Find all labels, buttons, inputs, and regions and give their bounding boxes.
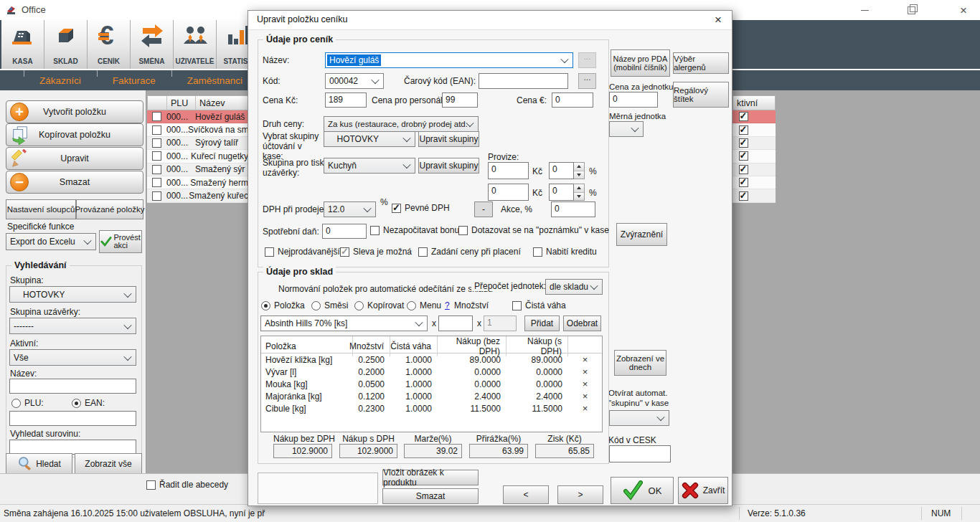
excise-input[interactable]: 0 bbox=[322, 224, 367, 239]
col-header[interactable]: Nákup (s DPH) bbox=[507, 336, 568, 356]
table-row[interactable] bbox=[732, 189, 776, 202]
table-row[interactable]: 000... Kuřecí nugetky bbox=[147, 150, 248, 163]
table-row[interactable]: 000... Svíčková na sm bbox=[147, 123, 248, 136]
menu-help-link[interactable]: ? bbox=[445, 300, 450, 310]
toolbar-kasa[interactable]: KASA bbox=[1, 20, 44, 69]
col-header[interactable]: Položka bbox=[261, 336, 353, 356]
item-name-combo[interactable]: Hovězí guláš bbox=[325, 52, 573, 68]
vat-select[interactable]: 12.0 bbox=[324, 201, 376, 217]
tab-fakturace[interactable]: Fakturace bbox=[113, 75, 156, 86]
price-czk-input[interactable]: 189 bbox=[325, 92, 367, 108]
next-item-button[interactable]: > bbox=[557, 485, 603, 504]
copy-item-button[interactable]: Kopírovat položku bbox=[6, 123, 143, 146]
ingredient-row[interactable]: Cibule [kg] 0.2300 1.0000 11.5000 11.500… bbox=[261, 402, 602, 414]
credit-checkbox[interactable] bbox=[533, 247, 542, 257]
close-button[interactable]: × bbox=[947, 0, 980, 20]
active-filter-select[interactable]: Vše bbox=[9, 349, 136, 366]
table-row[interactable]: 000... Smažený kuřec bbox=[147, 189, 248, 202]
name-filter-input[interactable] bbox=[9, 379, 136, 394]
cash-group-select[interactable]: HOTOVKY bbox=[324, 131, 415, 147]
name-column-header[interactable]: Název bbox=[196, 96, 248, 110]
row-checkbox[interactable] bbox=[152, 138, 161, 148]
spinner-down-icon[interactable] bbox=[574, 193, 584, 201]
ingredient-row[interactable]: Hovězí kližka [kg] 0.2500 1.0000 89.0000… bbox=[261, 353, 602, 366]
table-row[interactable] bbox=[732, 110, 776, 123]
cesk-code-input[interactable] bbox=[609, 445, 671, 462]
ean-input[interactable] bbox=[479, 73, 568, 89]
active-column-header[interactable]: ktivní bbox=[733, 96, 775, 110]
promo-minus-button[interactable]: - bbox=[474, 201, 493, 217]
active-checkbox[interactable] bbox=[739, 191, 748, 201]
ingredient-row[interactable]: Mouka [kg] 0.0500 1.0000 0.0000 0.0000 × bbox=[261, 378, 602, 390]
table-row[interactable] bbox=[732, 123, 776, 136]
commission-amount-2[interactable]: 0 bbox=[488, 184, 529, 201]
pda-name-button[interactable]: Název pro PDA (mobilní číšník) bbox=[611, 49, 670, 77]
price-eur-input[interactable]: 0 bbox=[552, 92, 593, 108]
code-filter-input[interactable] bbox=[9, 411, 136, 426]
staff-price-input[interactable]: 99 bbox=[442, 92, 478, 108]
promo-input[interactable]: 0 bbox=[551, 201, 595, 217]
active-checkbox[interactable] bbox=[739, 138, 748, 148]
edit-groups-button[interactable]: Upravit skupiny bbox=[418, 131, 479, 147]
active-checkbox[interactable] bbox=[739, 178, 748, 187]
delete-row-icon[interactable]: × bbox=[568, 366, 602, 377]
shelf-label-button[interactable]: Regálový štítek bbox=[673, 82, 729, 108]
table-row[interactable] bbox=[732, 137, 776, 150]
item-radio[interactable] bbox=[261, 301, 270, 310]
ean-radio[interactable] bbox=[72, 399, 81, 408]
row-checkbox[interactable] bbox=[152, 151, 161, 161]
tab-zamestnanci[interactable]: Zaměstnanci bbox=[187, 75, 242, 86]
remove-ingredient-button[interactable]: Odebrat bbox=[563, 315, 601, 331]
menu-radio[interactable] bbox=[407, 301, 416, 310]
sort-alphabet-checkbox[interactable] bbox=[146, 480, 156, 490]
plu-column-header[interactable]: PLU bbox=[167, 96, 196, 110]
toolbar-sklad[interactable]: SKLAD bbox=[44, 20, 88, 69]
create-item-button[interactable]: + Vytvořit položku bbox=[6, 100, 143, 123]
ingredient-filter-input[interactable] bbox=[9, 440, 136, 455]
table-row[interactable]: 000... Sýrový talíř bbox=[147, 137, 248, 150]
ingredient-select[interactable]: Absinth Hills 70% [ks] bbox=[260, 315, 428, 331]
delete-row-icon[interactable]: × bbox=[568, 391, 602, 402]
delete-row-icon[interactable]: × bbox=[568, 379, 602, 389]
table-row[interactable] bbox=[732, 176, 776, 189]
discount-checkbox[interactable] bbox=[340, 247, 349, 257]
active-checkbox[interactable] bbox=[739, 125, 748, 135]
unit-select[interactable] bbox=[609, 121, 644, 137]
allergens-button[interactable]: Výběr alergenů bbox=[673, 52, 729, 74]
highlight-button[interactable]: Zvýraznění bbox=[616, 223, 667, 246]
table-row[interactable]: 000... Hovězí guláš bbox=[147, 110, 248, 123]
add-ingredient-button[interactable]: Přidat bbox=[524, 315, 560, 331]
active-checkbox[interactable] bbox=[739, 112, 748, 121]
plu-radio[interactable] bbox=[11, 399, 21, 408]
days-view-button[interactable]: Zobrazení ve dnech bbox=[614, 350, 666, 376]
fixed-vat-checkbox[interactable] bbox=[392, 204, 401, 213]
row-checkbox[interactable] bbox=[152, 125, 161, 135]
row-checkbox[interactable] bbox=[152, 191, 161, 201]
quantity-input[interactable] bbox=[438, 315, 473, 331]
price-kind-select[interactable]: Za kus (restaurace, drobný prodej atd.) bbox=[324, 116, 479, 132]
row-checkbox[interactable] bbox=[152, 112, 161, 121]
net-weight-checkbox[interactable] bbox=[512, 301, 522, 310]
bestseller-checkbox[interactable] bbox=[265, 247, 274, 257]
commission-amount-1[interactable]: 0 bbox=[488, 162, 529, 179]
column-settings-button[interactable]: Nastavení sloupců bbox=[6, 199, 76, 219]
insert-image-button[interactable]: Vložit obrázek k produktu bbox=[382, 470, 479, 485]
quantity2-input[interactable]: 1 bbox=[484, 315, 517, 331]
print-group-select[interactable]: Kuchyň bbox=[324, 158, 415, 174]
price-on-payment-checkbox[interactable] bbox=[418, 247, 428, 257]
spinner-value[interactable]: 0 bbox=[549, 184, 574, 201]
search-button[interactable]: Hledat bbox=[6, 453, 72, 474]
spinner-up-icon[interactable] bbox=[574, 163, 584, 171]
table-row[interactable] bbox=[732, 163, 776, 176]
auto-open-select[interactable] bbox=[609, 410, 669, 426]
toolbar-cenik[interactable]: € CENÍK bbox=[88, 20, 131, 69]
recalc-select[interactable]: dle skladu bbox=[545, 279, 603, 295]
ok-button[interactable]: OK bbox=[611, 477, 674, 504]
edit-item-button[interactable]: Upravit bbox=[6, 147, 143, 170]
item-code-combo[interactable]: 000042 bbox=[325, 73, 384, 89]
delete-image-button[interactable]: Smazat bbox=[382, 488, 479, 504]
delete-row-icon[interactable]: × bbox=[568, 354, 602, 365]
spinner-down-icon[interactable] bbox=[574, 171, 584, 179]
linked-items-button[interactable]: Provázané položky bbox=[76, 199, 143, 219]
cancel-button[interactable]: Zavřít bbox=[678, 477, 728, 504]
